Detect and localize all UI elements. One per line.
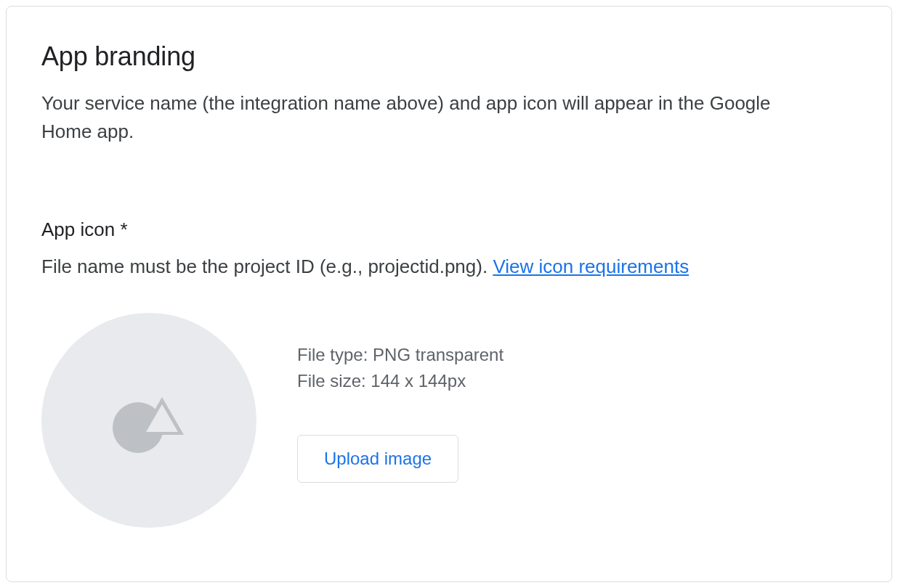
app-branding-card: App branding Your service name (the inte… [6,6,892,582]
upload-details: File type: PNG transparent File size: 14… [297,313,503,483]
upload-row: File type: PNG transparent File size: 14… [41,313,857,528]
file-info: File type: PNG transparent File size: 14… [297,342,503,394]
shapes-placeholder-icon [105,383,193,458]
section-description: Your service name (the integration name … [41,89,804,146]
view-icon-requirements-link[interactable]: View icon requirements [493,256,689,277]
upload-image-button[interactable]: Upload image [297,435,458,483]
app-icon-help-text: File name must be the project ID (e.g., … [41,256,493,277]
icon-placeholder [41,313,256,528]
app-icon-label: App icon * [41,219,857,241]
section-title: App branding [41,41,857,72]
app-icon-help: File name must be the project ID (e.g., … [41,256,857,278]
file-size-text: File size: 144 x 144px [297,368,503,394]
file-type-text: File type: PNG transparent [297,342,503,368]
